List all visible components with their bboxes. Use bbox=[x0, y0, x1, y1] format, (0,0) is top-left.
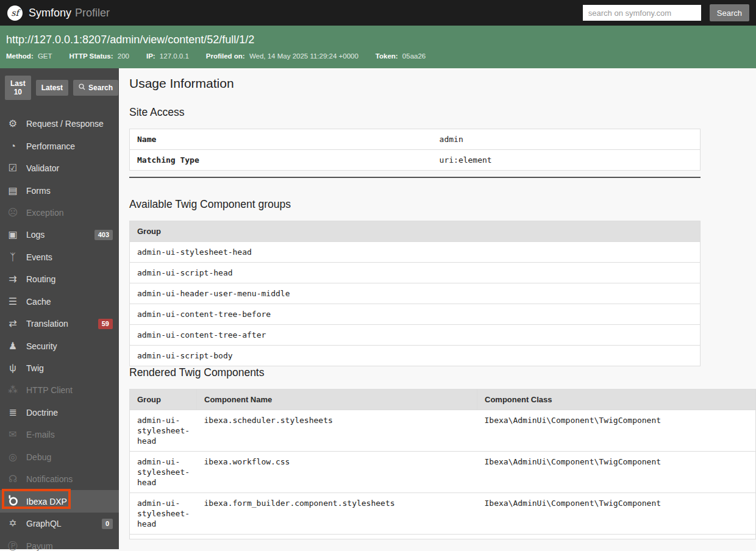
table-row: admin-ui-stylesheet-headibexa.form_build… bbox=[130, 493, 756, 535]
sidebar-item-label: Translation bbox=[26, 319, 68, 329]
sidebar-item-performance[interactable]: ◔Performance bbox=[0, 135, 119, 157]
sidebar-item-label: Notifications bbox=[26, 474, 73, 484]
search-button[interactable]: Search bbox=[710, 4, 749, 21]
sidebar-item-twig[interactable]: ψTwig bbox=[0, 357, 119, 379]
last-10-button[interactable]: Last 10 bbox=[5, 76, 31, 100]
section-divider bbox=[129, 177, 701, 178]
pin-icon: Ⓟ bbox=[5, 541, 20, 551]
sidebar-item-label: Doctrine bbox=[26, 408, 58, 418]
envelope-icon: ✉ bbox=[5, 430, 20, 439]
network-icon: ⁂ bbox=[5, 385, 20, 395]
sidebar-item-graphql[interactable]: ✡GraphQL0 bbox=[0, 513, 119, 535]
sidebar-item-http-client: ⁂HTTP Client bbox=[0, 379, 119, 401]
bell-icon: ☊ bbox=[5, 474, 20, 484]
sidebar-item-routing[interactable]: ⇉Routing bbox=[0, 268, 119, 290]
cell-component-name: ibexa.scheduler.stylesheets bbox=[197, 410, 477, 452]
translation-icon: ⇄ bbox=[5, 319, 20, 329]
sidebar-item-logs[interactable]: ▣Logs403 bbox=[0, 224, 119, 246]
sidebar-item-label: Debug bbox=[26, 452, 51, 462]
gears-icon: ⚙ bbox=[5, 119, 20, 129]
top-header-bar: sf Symfony Profiler Search bbox=[0, 0, 756, 26]
ibexa-icon bbox=[5, 495, 20, 508]
sidebar-search-label: Search bbox=[88, 84, 113, 92]
sidebar-item-label: Exception bbox=[26, 208, 63, 218]
meta-token: Token: 05aa26 bbox=[376, 52, 426, 60]
latest-button[interactable]: Latest bbox=[36, 80, 68, 96]
sidebar-badge-graphql: 0 bbox=[102, 519, 113, 529]
sidebar-item-label: Forms bbox=[26, 186, 51, 196]
meta-label: HTTP Status: bbox=[70, 52, 113, 60]
cell-component-class: Ibexa\AdminUi\Component\TwigComponent bbox=[477, 493, 756, 535]
magnifier-icon bbox=[79, 84, 85, 92]
sidebar-menu: ⚙Request / Response◔Performance☑Validato… bbox=[0, 113, 119, 551]
signpost-icon: ⇉ bbox=[5, 274, 20, 284]
group-cell: admin-ui-content-tree-before bbox=[130, 304, 701, 325]
sidebar-item-validator[interactable]: ☑Validator bbox=[0, 157, 119, 179]
database-icon: ≣ bbox=[5, 408, 20, 418]
group-cell: admin-ui-header-user-menu-middle bbox=[130, 283, 701, 304]
request-meta: Method: GETHTTP Status: 200IP: 127.0.0.1… bbox=[6, 52, 750, 60]
sidebar-item-ibexa-dxp[interactable]: Ibexa DXP bbox=[0, 490, 119, 512]
column-header-component-name: Component Name bbox=[197, 389, 477, 410]
sidebar-item-label: Security bbox=[26, 341, 57, 351]
sidebar-item-translation[interactable]: ⇄Translation59 bbox=[0, 313, 119, 335]
sidebar-item-events[interactable]: ᛉEvents bbox=[0, 246, 119, 268]
group-cell: admin-ui-stylesheet-head bbox=[130, 242, 701, 263]
clipboard-icon: ▤ bbox=[5, 186, 20, 196]
sidebar-item-payum: ⓅPayum bbox=[0, 535, 119, 551]
site-access-section: Site Access NameadminMatching Typeuri:el… bbox=[129, 106, 701, 178]
ghost-icon: ☹ bbox=[5, 208, 20, 218]
cell-component-name: ibexa.workflow.css bbox=[197, 452, 477, 493]
sidebar-item-label: HTTP Client bbox=[26, 385, 73, 395]
sidebar-search-button[interactable]: Search bbox=[73, 80, 118, 96]
table-row: admin-ui-script-body bbox=[130, 346, 701, 366]
column-header-group: Group bbox=[130, 221, 701, 242]
page-title: Usage Information bbox=[129, 76, 701, 91]
search-input[interactable] bbox=[583, 5, 701, 21]
meta-label: Method: bbox=[6, 52, 34, 60]
table-row: Nameadmin bbox=[130, 129, 701, 150]
meta-label: Token: bbox=[376, 52, 398, 60]
main-content: Usage Information Site Access NameadminM… bbox=[119, 68, 756, 549]
cell-group: admin-ui-stylesheet-head bbox=[130, 452, 197, 493]
sidebar-item-label: GraphQL bbox=[26, 519, 62, 528]
sidebar-item-cache[interactable]: ☰Cache bbox=[0, 291, 119, 313]
app-subtitle: Profiler bbox=[75, 7, 110, 20]
table-row: admin-ui-content-tree-before bbox=[130, 304, 701, 325]
cell-component-class: Ibexa\AdminUi\Component\TwigComponent bbox=[477, 452, 756, 493]
table-row: admin-ui-stylesheet-headibexa.scheduler.… bbox=[130, 410, 756, 452]
sidebar-item-label: Ibexa DXP bbox=[26, 497, 67, 507]
meta-label: IP: bbox=[146, 52, 155, 60]
sidebar-item-notifications: ☊Notifications bbox=[0, 468, 119, 490]
antenna-icon: ᛉ bbox=[5, 252, 20, 262]
app-title: Symfony bbox=[29, 7, 71, 20]
latest-label: Latest bbox=[41, 84, 63, 92]
group-cell: admin-ui-script-body bbox=[130, 346, 701, 366]
sidebar-item-security[interactable]: ♟Security bbox=[0, 335, 119, 357]
meta-profiled-on: Profiled on: Wed, 14 May 2025 11:29:24 +… bbox=[206, 52, 358, 60]
target-icon: ◎ bbox=[5, 452, 20, 462]
table-row: admin-ui-header-user-menu-middle bbox=[130, 283, 701, 304]
meta-http-status: HTTP Status: 200 bbox=[70, 52, 129, 60]
sidebar-item-label: Validator bbox=[26, 163, 59, 173]
sidebar-badge-logs: 403 bbox=[94, 230, 113, 240]
sidebar-item-request-response[interactable]: ⚙Request / Response bbox=[0, 113, 119, 135]
sidebar-item-label: Twig bbox=[26, 363, 44, 373]
profiled-url: http://127.0.0.1:8207/admin/view/content… bbox=[6, 33, 750, 46]
sidebar-item-doctrine[interactable]: ≣Doctrine bbox=[0, 402, 119, 424]
sidebar-item-label: Request / Response bbox=[26, 119, 104, 129]
site-access-table: NameadminMatching Typeuri:element bbox=[129, 129, 701, 171]
cell-group: admin-ui-stylesheet-head bbox=[130, 493, 197, 535]
site-access-heading: Site Access bbox=[129, 106, 701, 119]
checkbox-icon: ☑ bbox=[5, 163, 20, 173]
table-row: admin-ui-script-head bbox=[130, 263, 701, 283]
sidebar-item-label: Cache bbox=[26, 297, 51, 307]
sidebar-item-forms[interactable]: ▤Forms bbox=[0, 179, 119, 201]
table-row: admin-ui-stylesheet-head bbox=[130, 242, 701, 263]
table-row: admin-ui-stylesheet-headibexa.workflow.c… bbox=[130, 452, 756, 493]
rendered-components-table: Group Component Name Component Class adm… bbox=[129, 389, 756, 539]
rendered-components-section: Rendered Twig Components Group Component… bbox=[129, 366, 756, 539]
meta-ip: IP: 127.0.0.1 bbox=[146, 52, 189, 60]
profiler-sidebar: Last 10 Latest Search ⚙Request / Respons… bbox=[0, 68, 119, 549]
rendered-components-heading: Rendered Twig Components bbox=[129, 366, 756, 379]
